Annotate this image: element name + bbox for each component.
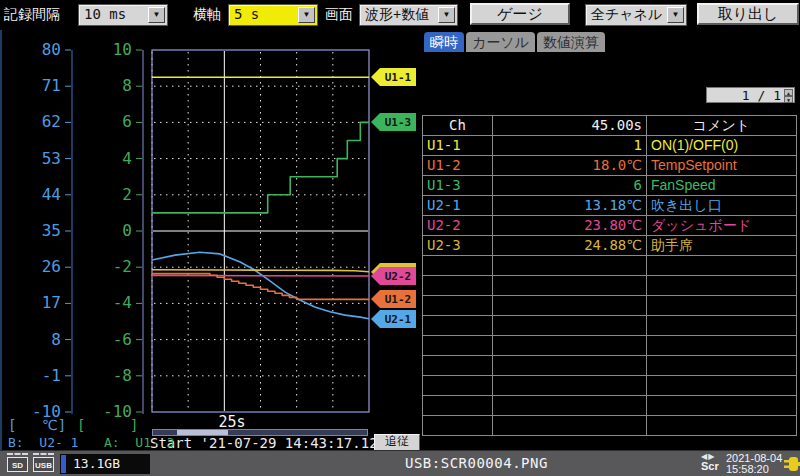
b-axis-channel: B: U2- 1 (8, 435, 78, 450)
table-cell (423, 256, 493, 276)
channel-tag-U1-2[interactable]: U1-2 (371, 290, 416, 308)
b-axis-bracket-open: [ (8, 417, 16, 433)
page-spinner[interactable]: 1 / 1 ▲ ▼ (706, 87, 795, 103)
left-axis-tick: 80 (42, 40, 61, 59)
svg-text:U1-1: U1-1 (385, 71, 412, 84)
table-cell: 6 (493, 176, 647, 196)
table-cell (423, 416, 493, 436)
tab-数値演算[interactable]: 数値演算 (537, 32, 605, 52)
status-bar: SD USB 13.1GB USB:SCR00004.PNG ◀▶ Scr 20… (0, 450, 800, 476)
left-axis-tick: 44 (42, 185, 61, 204)
table-row-empty (423, 296, 797, 316)
saved-file-name: USB:SCR00004.PNG (405, 455, 548, 471)
right-axis-tick: 8 (122, 76, 132, 95)
table-cell: 23.80℃ (493, 216, 647, 236)
b-axis-label: B: (8, 435, 24, 450)
spinner-up-icon[interactable]: ▲ (784, 89, 793, 96)
table-cell (493, 316, 647, 336)
a-axis-channel: A: U1- 3 (104, 435, 174, 450)
column-header: 45.00s (493, 116, 647, 136)
power-plug-icon (784, 453, 800, 475)
table-cell: 18.0℃ (493, 156, 647, 176)
table-cell (493, 356, 647, 376)
result-tabs: 瞬時カーソル数値演算 (424, 32, 607, 53)
table-cell: U1-3 (423, 176, 493, 196)
table-cell (493, 376, 647, 396)
right-axis-tick: 10 (113, 40, 132, 59)
series-line-U2-2 (152, 275, 369, 276)
channel-tag-U1-3[interactable]: U1-3 (371, 113, 416, 131)
right-axis-tick: -10 (103, 402, 132, 421)
a-axis-bracket-close: ] (130, 417, 138, 433)
table-cell: 助手席 (647, 236, 797, 256)
left-axis-tick: -1 (42, 366, 61, 385)
channel-tag-U1-1[interactable]: U1-1 (371, 68, 416, 86)
table-cell (423, 396, 493, 416)
logger-screen: 記録間隔 10 ms ▼ 横軸 5 s ▼ 画面 波形+数値 ▼ ゲージ 全チャ… (0, 0, 800, 476)
table-row-empty (423, 376, 797, 396)
tab-カーソル[interactable]: カーソル (466, 32, 535, 52)
right-axis-tick: 4 (122, 149, 132, 168)
table-cell (423, 356, 493, 376)
screenshot-mode-badge: Scr (701, 460, 719, 472)
table-row-empty (423, 276, 797, 296)
left-axis-tick: 71 (42, 76, 61, 95)
right-axis-tick: 0 (122, 221, 132, 240)
table-cell (493, 336, 647, 356)
column-header: Ch (423, 116, 493, 136)
table-cell (647, 416, 797, 436)
table-row[interactable]: U1-11ON(1)/OFF(0) (423, 136, 797, 156)
storage-capacity-value: 13.1GB (73, 456, 120, 471)
left-axis-tick: 8 (51, 330, 61, 349)
svg-text:U1-2: U1-2 (385, 293, 412, 306)
table-cell (423, 316, 493, 336)
a-axis-channel-value: U1- 3 (135, 435, 174, 450)
a-axis-label: A: (104, 435, 120, 450)
storage-capacity: 13.1GB (60, 454, 150, 474)
table-cell (423, 296, 493, 316)
left-axis-tick: 35 (42, 221, 61, 240)
table-cell: TempSetpoint (647, 156, 797, 176)
table-cell: U2-3 (423, 236, 493, 256)
table-cell (647, 356, 797, 376)
table-cell: U2-2 (423, 216, 493, 236)
channel-tag-U2-1[interactable]: U2-1 (371, 310, 416, 328)
table-cell (493, 256, 647, 276)
table-cell (423, 276, 493, 296)
spinner-down-icon[interactable]: ▼ (784, 96, 793, 103)
table-row-empty (423, 356, 797, 376)
table-row[interactable]: U2-223.80℃ダッシュボード (423, 216, 797, 236)
table-cell: 13.18℃ (493, 196, 647, 216)
table-row[interactable]: U1-218.0℃TempSetpoint (423, 156, 797, 176)
table-cell: 24.88℃ (493, 236, 647, 256)
a-axis-bracket-open: [ (77, 417, 85, 433)
table-row[interactable]: U1-36FanSpeed (423, 176, 797, 196)
table-cell (493, 276, 647, 296)
table-cell (493, 416, 647, 436)
table-cell: ダッシュボード (647, 216, 797, 236)
column-header: コメント (647, 116, 797, 136)
tab-瞬時[interactable]: 瞬時 (424, 32, 464, 52)
table-cell: U1-1 (423, 136, 493, 156)
table-cell (647, 296, 797, 316)
right-axis-tick: -8 (113, 366, 132, 385)
table-cell: FanSpeed (647, 176, 797, 196)
table-cell (647, 336, 797, 356)
table-cell: U2-1 (423, 196, 493, 216)
table-cell: ON(1)/OFF(0) (647, 136, 797, 156)
table-cell: 1 (493, 136, 647, 156)
right-axis-tick: 2 (122, 185, 132, 204)
usb-drive-icon: USB (33, 457, 54, 472)
table-cell: 吹き出し口 (647, 196, 797, 216)
table-row[interactable]: U2-324.88℃助手席 (423, 236, 797, 256)
svg-text:U2-2: U2-2 (385, 270, 412, 283)
right-axis-tick: -2 (113, 257, 132, 276)
channel-tag-U2-2[interactable]: U2-2 (371, 267, 416, 285)
table-row-empty (423, 396, 797, 416)
table-cell (423, 336, 493, 356)
left-axis-tick: 53 (42, 149, 61, 168)
table-cell (493, 396, 647, 416)
right-axis-tick: 6 (122, 112, 132, 131)
table-row[interactable]: U2-113.18℃吹き出し口 (423, 196, 797, 216)
measurement-table: Ch45.00sコメントU1-11ON(1)/OFF(0)U1-218.0℃Te… (422, 115, 797, 436)
